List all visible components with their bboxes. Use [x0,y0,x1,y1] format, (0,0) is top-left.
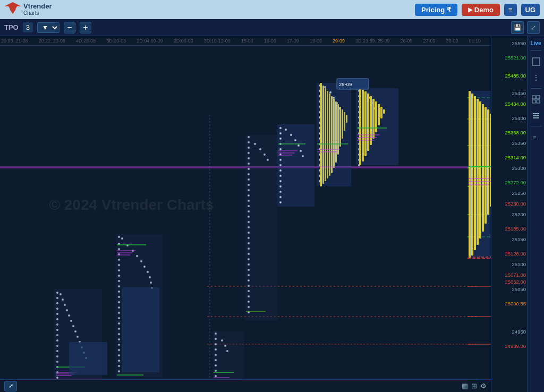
svg-point-201 [333,97,335,99]
demo-label: Demo [474,6,494,14]
svg-point-30 [66,309,68,311]
settings-icon[interactable]: ⚙ [480,382,487,390]
menu-button[interactable]: ≡ [504,4,517,16]
chart-area[interactable]: 20:03..21-08 20:22..23-08 4D:28-08 3D:30… [0,36,491,392]
svg-point-184 [279,169,282,172]
price-25250: 25250 [512,190,526,195]
svg-point-150 [224,345,226,347]
svg-point-49 [56,361,58,363]
bar-icon[interactable] [530,109,542,122]
svg-point-52 [56,377,58,379]
svg-point-36 [72,325,74,327]
svg-point-175 [294,139,296,141]
svg-rect-297 [532,96,536,99]
svg-point-139 [248,290,250,292]
svg-point-85 [118,317,120,319]
expand-button[interactable]: ⤢ [4,381,17,391]
save-button[interactable]: 💾 [511,21,524,34]
fullscreen-button[interactable]: ⤢ [527,21,540,34]
time-label: 15-09 [241,38,253,44]
price-25272: 25272.00 [505,179,526,185]
right-sidebar: Live ⋮ ≡ [527,36,544,392]
logo-sub: Charts [23,10,52,16]
time-label: 20:22..23-08 [39,38,66,44]
svg-rect-257 [362,90,364,161]
price-25350: 25350 [512,140,526,146]
svg-point-115 [248,163,250,165]
layout-icon[interactable]: ⊞ [471,382,477,390]
time-axis: 20:03..21-08 20:22..23-08 4D:28-08 3D:30… [0,36,491,46]
price-24939: 24939.00 [505,343,526,348]
tpo-dropdown[interactable]: ▼ [37,22,60,33]
price-25071: 25071.00 [505,271,526,277]
svg-rect-302 [533,115,539,116]
chart-type-icon[interactable] [530,55,542,68]
svg-rect-296 [532,58,540,65]
svg-point-132 [248,253,250,255]
svg-point-154 [215,359,217,361]
logo: Vtrender Charts [4,2,57,17]
price-25434: 25434.00 [505,101,526,107]
grid-sidebar-icon[interactable] [530,93,542,106]
time-label: 18-09 [310,38,322,44]
svg-point-80 [118,291,120,293]
svg-point-27 [56,302,58,304]
svg-point-26 [62,299,64,301]
svg-point-151 [215,348,217,351]
svg-point-71 [143,266,146,268]
svg-rect-276 [482,104,484,232]
svg-point-182 [279,159,282,161]
svg-rect-258 [364,91,367,156]
svg-point-114 [267,159,269,161]
time-label: 3D:23:59..25-09 [355,38,390,44]
svg-point-69 [140,260,142,262]
svg-rect-264 [380,107,382,118]
svg-rect-263 [378,104,380,125]
svg-point-86 [118,322,120,325]
svg-point-133 [248,258,250,260]
bottom-icons: ▦ ⊞ ⚙ [462,382,487,390]
plus-button[interactable]: + [80,22,91,33]
youtube-icon: ▶ [468,6,472,13]
svg-point-136 [248,274,250,276]
settings-sidebar-icon[interactable]: ⋮ [530,71,542,84]
svg-point-68 [118,259,120,261]
svg-point-179 [300,150,302,152]
price-scale: 25550 25521.00 25485.00 25450 25434.00 2… [491,36,527,392]
svg-point-178 [279,148,282,150]
sidebar-divider2 [531,88,541,89]
svg-point-87 [118,328,120,330]
svg-point-29 [56,308,58,310]
user-button[interactable]: UG [521,4,540,16]
grid-icon[interactable]: ▦ [462,382,468,390]
svg-point-70 [118,264,120,266]
minus-button[interactable]: − [64,22,75,33]
svg-point-94 [118,365,120,367]
time-label: 4D:28-08 [76,38,96,44]
price-25062: 25062.00 [505,279,526,285]
svg-point-141 [248,301,250,303]
svg-rect-275 [479,101,481,238]
sidebar-divider [531,50,541,51]
svg-point-35 [56,323,58,326]
svg-point-74 [118,275,120,277]
svg-point-112 [264,154,266,156]
price-25100: 25100 [512,261,526,267]
toolbar-right: 💾 ⤢ [511,21,540,34]
svg-point-28 [64,304,66,306]
svg-point-25 [56,297,58,299]
tpo-sidebar-icon[interactable]: ≡ [530,131,542,143]
pricing-button[interactable]: Pricing ₹ [415,4,457,16]
demo-button[interactable]: ▶ Demo [462,4,500,16]
sidebar-divider3 [531,126,541,126]
svg-point-81 [118,296,120,298]
svg-point-130 [248,242,250,244]
svg-rect-232 [346,115,347,123]
price-25550: 25550 [512,40,526,46]
svg-point-128 [248,232,250,234]
time-label: 3D:30-03 [106,38,126,44]
svg-point-84 [118,312,120,314]
svg-point-31 [56,313,58,315]
svg-rect-227 [335,101,337,163]
svg-point-183 [279,164,282,166]
